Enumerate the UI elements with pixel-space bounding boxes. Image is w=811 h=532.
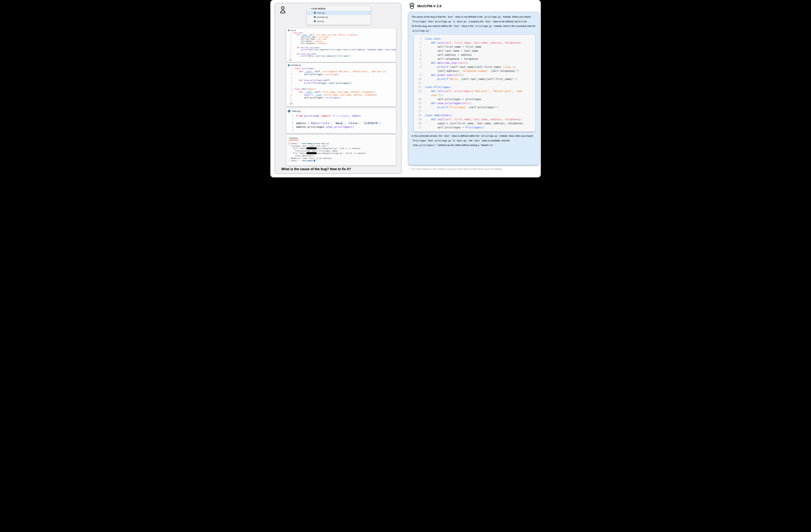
rendered-code-line: 11 (414, 81, 533, 85)
python-file-icon (288, 64, 290, 66)
code-editor-user-py[interactable]: user.py › ... 1class User:2 def __init__… (286, 28, 396, 62)
line-number: 7 (414, 61, 425, 65)
code-line: 6 self.telephone = telephone (288, 43, 395, 45)
line-number: 7 (288, 45, 293, 47)
line-number: 12 (414, 85, 425, 89)
line-number: 7 (288, 85, 294, 88)
terminal-panel[interactable]: TERMINAL ✕(base) → case-debug python mai… (286, 135, 396, 166)
rendered-code-line: 14 self.privileges = privileges (414, 97, 533, 101)
rendered-code-line: 1class User: (414, 37, 533, 41)
terminal-line: File "/Userscase-debug/privilege.py", li… (288, 152, 394, 155)
editor-tab-privilege-py[interactable]: privilege.py › ... (288, 64, 395, 67)
explorer-file-main-py[interactable]: main.py (307, 11, 370, 15)
line-number: 4 (414, 49, 425, 53)
code-line: 9 def __init__(self, first_name, last_na… (288, 91, 395, 94)
line-number: 4 (288, 76, 294, 79)
text-span: in (453, 139, 456, 142)
question-text: What is the cause of the bug? How to fix… (281, 167, 351, 171)
line-number: 15 (414, 101, 425, 105)
redaction-box (306, 152, 317, 154)
code-line: 12 print(f"Hello, {self.last_name}{self.… (288, 55, 395, 57)
inline-code-span: `privilege.py` (434, 139, 453, 142)
text-span: , the (468, 139, 473, 142)
code-line: 1class Privileges: (288, 67, 395, 70)
rendered-code-line: 15 def show_privileges(self): (414, 101, 533, 105)
file-name-label: user.py (317, 20, 324, 22)
terminal-line: Traceback (most recent call last): (288, 145, 394, 147)
robot-icon (409, 2, 415, 10)
line-number: 10 (288, 94, 294, 96)
code-line: 11 def greet_user(self): (288, 53, 395, 55)
icon-spacer (288, 157, 291, 159)
line-number: 20 (414, 122, 425, 125)
rendered-code-line: 21 self.privileges = Privileges() (414, 125, 533, 129)
breadcrumb-ellipsis: ... (304, 109, 306, 113)
rendered-code-line: 18class Admin(User): (414, 113, 533, 118)
line-number: 1 (288, 32, 293, 34)
code-line: 8class Admin(User): (288, 88, 395, 91)
line-number: 13 (288, 102, 294, 105)
rendered-code-line: 13 def init(self, privileges=['Add post'… (414, 89, 533, 97)
line-number: 2 (288, 118, 296, 122)
code-line: 13 (288, 102, 395, 105)
explorer-file-user-py[interactable]: user.py (307, 19, 370, 24)
explorer-file-privilege-py[interactable]: privilege.py (307, 15, 370, 19)
line-number: 4 (288, 125, 296, 129)
line-number: 14 (288, 59, 293, 62)
code-line: 3 self.privileges = privileges (288, 73, 395, 76)
line-number: 4 (288, 38, 293, 40)
python-file-icon (288, 110, 291, 112)
rendered-code-line: 2 def init(self, first_name, last_name, … (414, 41, 533, 45)
inline-code-span: `privilege.py` (474, 25, 493, 27)
line-number: 5 (288, 129, 296, 132)
rendered-code-line: 7 def describe_user(self): (414, 61, 533, 65)
line-number: 11 (288, 53, 293, 55)
code-line: 12 (288, 99, 395, 102)
code-line: 2 def __init__(self, privileges=['Add po… (288, 70, 395, 73)
text-span: from (428, 139, 434, 142)
file-explorer: CASE-DEBUG main.py privilege.py user.py (307, 6, 371, 25)
code-line: 10 (288, 51, 395, 53)
file-name-label: privilege.py (317, 16, 328, 18)
line-number: 3 (288, 73, 294, 76)
python-file-icon (314, 20, 316, 22)
editor-tab-user-py[interactable]: user.py › ... (288, 29, 395, 31)
inline-code-span: `User` (446, 16, 455, 18)
icon-spacer (288, 155, 291, 157)
line-number: 11 (414, 81, 425, 85)
inline-code-span: `User` (473, 139, 481, 142)
rendered-code-line: 9 def greet_user(self): (414, 73, 533, 77)
code-line: 4 (288, 76, 395, 79)
text-span: , it expects the (468, 20, 484, 23)
inline-code-span: `User` (484, 20, 492, 23)
editor-tab-main-py[interactable]: main.py › ... (288, 109, 395, 113)
text-span: module. Now, when you import (499, 135, 533, 137)
inline-code-span: `main.py` (456, 20, 468, 23)
inline-code-span: `main.py` (456, 139, 468, 142)
text-span: class in the (461, 25, 474, 27)
inline-code-span: `privilege.py` (480, 135, 499, 137)
code-line: 8 def describe_user(self): (288, 47, 395, 49)
text-span: class is available, and the (481, 139, 510, 142)
terminal-output: ✕(base) → case-debug python main.pyTrace… (288, 142, 394, 162)
rendered-code-line: 19 def init(self, first_name, last_name,… (414, 118, 533, 122)
code-line: 5 def show_privileges(self): (288, 79, 395, 82)
python-file-icon (314, 12, 316, 14)
code-line: 3 self.first_name = first_name (288, 36, 395, 38)
explorer-root-label: CASE-DEBUG (311, 7, 326, 10)
text-span: module. When you import (502, 15, 531, 18)
terminal-tab-label[interactable]: TERMINAL (289, 137, 299, 140)
inline-code-span: `User` (443, 135, 451, 137)
code-editor-main-py[interactable]: main.py › ... 1from privilege import Pri… (286, 108, 396, 133)
line-number: 8 (414, 65, 425, 73)
line-number: 8 (288, 88, 294, 91)
line-number: 5 (288, 40, 293, 43)
code-line: 6 print(f"Privileges: {self.privileges}"… (288, 82, 395, 85)
text-span: class is not defined in the (455, 15, 484, 18)
inline-code-span: `User` (453, 25, 461, 27)
line-number: 2 (288, 34, 293, 36)
code-line: 7 (288, 85, 395, 88)
code-line: 5 (288, 129, 395, 132)
code-editor-privilege-py[interactable]: privilege.py › ... 1class Privileges:2 d… (286, 63, 396, 106)
explorer-root-header[interactable]: CASE-DEBUG (307, 7, 370, 11)
